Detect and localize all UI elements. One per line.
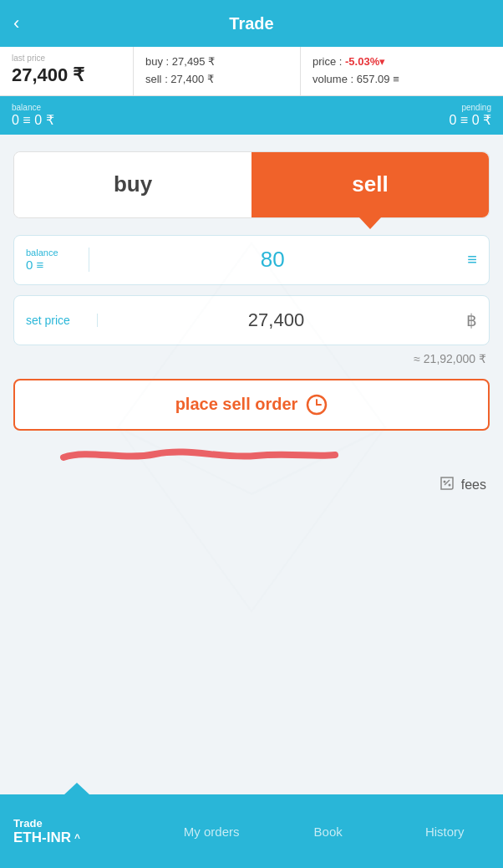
buy-sell-toggle: buy sell [13, 151, 490, 218]
pending-value: 0 ≡ 0 ₹ [450, 112, 492, 128]
currency-symbol: ฿ [455, 310, 489, 330]
set-price-label: set price [14, 314, 98, 327]
buy-tab[interactable]: buy [14, 152, 252, 217]
set-price-row: set price 27,400 ฿ [13, 295, 490, 345]
price-bar: last price 27,400 ₹ buy : 27,495 ₹ sell … [0, 47, 503, 96]
nav-trade-label: Trade [13, 817, 43, 830]
price-change-value: -5.03% [345, 55, 379, 68]
balance-label: balance [12, 103, 54, 112]
nav-item-history[interactable]: History [386, 794, 503, 868]
nav-book-label: Book [314, 825, 343, 839]
header-title: Trade [229, 14, 273, 33]
last-price-value: 27,400 ₹ [12, 64, 121, 86]
balance-bar: balance 0 ≡ 0 ₹ pending 0 ≡ 0 ₹ [0, 96, 503, 135]
place-sell-order-button[interactable]: place sell order [13, 379, 490, 431]
amount-input-row: balance 0 ≡ 80 ≡ [13, 235, 490, 285]
set-price-value[interactable]: 27,400 [98, 309, 455, 331]
nav-item-book[interactable]: Book [270, 794, 387, 868]
buy-price-row: buy : 27,495 ₹ [145, 54, 288, 71]
price-change-arrow: ▾ [379, 55, 385, 68]
back-button[interactable]: ‹ [13, 13, 19, 34]
balance-input-label: balance 0 ≡ [14, 248, 89, 272]
pending-right: pending 0 ≡ 0 ₹ [450, 103, 492, 128]
buy-sell-col: buy : 27,495 ₹ sell : 27,400 ₹ [134, 47, 301, 95]
nav-triangle [64, 783, 90, 795]
sell-price: 27,400 ₹ [170, 73, 213, 85]
approx-value: ≈ 21,92,000 ₹ [13, 352, 490, 365]
nav-my-orders-label: My orders [184, 825, 240, 839]
nav-item-trade[interactable]: Trade ETH-INR ^ [0, 794, 153, 868]
nav-pair-label: ETH-INR ^ [13, 830, 80, 846]
sell-tab-label: sell [352, 171, 388, 197]
nav-item-my-orders[interactable]: My orders [153, 794, 270, 868]
last-price-col: last price 27,400 ₹ [0, 47, 134, 95]
volume-value: 657.09 [357, 73, 390, 85]
balance-value: 0 ≡ 0 ₹ [12, 112, 54, 128]
sell-label: sell [145, 73, 162, 85]
nav-history-label: History [425, 825, 465, 839]
buy-price: 27,495 ₹ [172, 55, 215, 68]
volume-row: volume : 657.09 ≡ [312, 71, 491, 89]
price-change-row: price : -5.03%▾ [312, 54, 491, 71]
balance-input-value: 0 ≡ [26, 258, 77, 272]
pending-label: pending [450, 103, 492, 112]
svg-point-5 [443, 480, 445, 483]
caret-icon: ^ [74, 832, 80, 844]
fees-row[interactable]: fees [13, 474, 490, 497]
main-content: buy sell balance 0 ≡ 80 ≡ set price 27,4… [0, 135, 503, 720]
fees-icon [438, 474, 456, 497]
sell-price-row: sell : 27,400 ₹ [145, 71, 288, 89]
fees-label: fees [461, 477, 486, 493]
header: ‹ Trade [0, 0, 503, 47]
sell-tab[interactable]: sell [252, 152, 489, 217]
last-price-label: last price [12, 54, 121, 63]
price-change-col: price : -5.03%▾ volume : 657.09 ≡ [301, 47, 503, 95]
scribble-decoration [13, 442, 490, 467]
amount-menu-icon[interactable]: ≡ [455, 250, 489, 269]
buy-label: buy [145, 55, 163, 68]
place-order-label: place sell order [175, 395, 298, 414]
svg-point-7 [448, 483, 450, 486]
balance-left: balance 0 ≡ 0 ₹ [12, 103, 54, 128]
buy-tab-label: buy [114, 171, 152, 197]
balance-input-label-text: balance [26, 248, 77, 258]
clock-icon [306, 394, 328, 416]
bottom-nav: Trade ETH-INR ^ My orders Book History [0, 794, 503, 868]
volume-icon: ≡ [390, 73, 399, 85]
amount-value[interactable]: 80 [89, 247, 455, 273]
